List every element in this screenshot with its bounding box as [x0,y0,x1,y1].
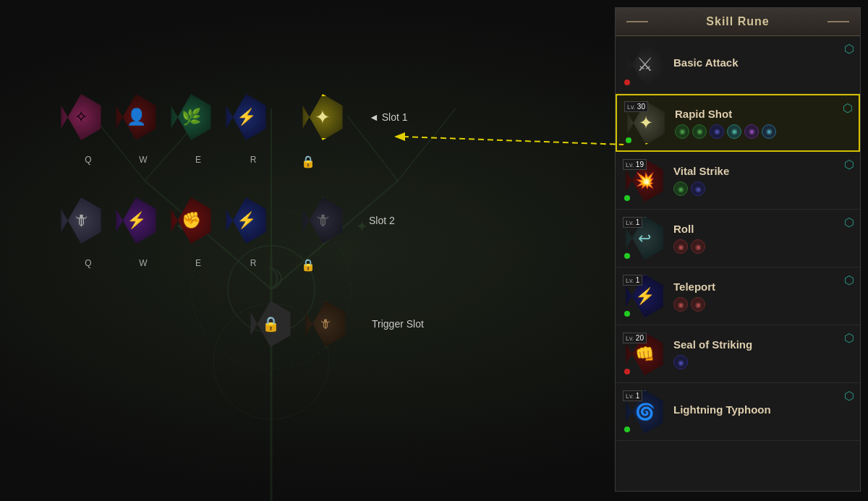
skill-name-basic-attack: Basic Attack [673,56,853,69]
slot2-label: Slot 2 [369,215,395,226]
skill-item-roll[interactable]: ↩ Lv. 1 Roll ◉ ◉ ⬡ [616,210,860,267]
skill-w-row1[interactable]: 👤 [113,94,159,140]
skill-info-teleport: Teleport ◉ ◉ [673,281,853,312]
rune-tp-1: ◉ [673,297,688,312]
skill-grid: ✧ 👤 🌿 ⚡ ✦ ◄ Slot 1 Q W E [58,72,424,361]
skill-item-teleport[interactable]: ⚡ Lv. 1 Teleport ◉ ◉ ⬡ [616,267,860,325]
skill-name-roll: Roll [673,223,853,235]
skill-info-seal: Seal of Striking ◉ [673,338,853,369]
slot1-label: ◄ Slot 1 [369,111,408,123]
skill-name-teleport: Teleport [673,281,853,293]
corner-icon-vital-strike: ⬡ [844,158,854,171]
rune-roll-2: ◉ [691,239,705,254]
rune-seal-1: ◉ [673,355,688,369]
rune-tp-2: ◉ [691,297,705,312]
key-r2: R [230,258,276,272]
skill-runes-seal: ◉ [673,355,853,369]
skill-name-rapid-shot: Rapid Shot [675,108,851,120]
status-dot-teleport [624,311,630,317]
slot1-hex[interactable]: ✦ [299,94,346,140]
key-e2: E [175,258,221,272]
rune-1: ◉ [675,124,689,139]
level-badge-seal: Lv. 20 [623,333,647,343]
skill-info-vital-strike: Vital Strike ◉ ◉ [673,165,853,196]
key-lock1: 🔒 [285,155,331,168]
skill-e-row2[interactable]: ✊ [168,197,214,244]
status-dot-seal [624,369,630,374]
rune-4: ◉ [727,124,741,139]
skill-name-seal: Seal of Striking [673,338,853,351]
level-badge-rapid-shot: Lv. 30 [624,101,648,112]
lock-icon: 🔒 [247,301,294,347]
skill-item-basic-attack[interactable]: ⚔ Basic Attack ⬡ [616,36,860,94]
key-w2: W [120,258,166,272]
skill-name-vital-strike: Vital Strike [673,165,853,177]
skill-icon-teleport: ⚡ Lv. 1 [623,275,666,318]
rune-vs-2: ◉ [691,181,705,196]
status-dot-basic-attack [624,80,630,85]
status-dot-rapid-shot [626,137,631,143]
rune-roll-1: ◉ [673,239,688,254]
skill-item-seal-of-striking[interactable]: 👊 Lv. 20 Seal of Striking ◉ ⬡ [616,325,860,383]
status-dot-lightning [624,427,630,432]
key-q1: Q [65,155,111,168]
skill-info-lightning: Lightning Typhoon [673,403,853,420]
skill-row1-labels: Q W E R 🔒 [65,155,424,168]
skill-info-rapid-shot: Rapid Shot ◉ ◉ ◉ ◉ ◉ ◉ [675,108,851,139]
skill-runes-teleport: ◉ ◉ [673,297,853,312]
key-r1: R [230,155,276,168]
rune-6: ◉ [762,124,776,139]
rune-3: ◉ [710,124,724,139]
skill-q-row2[interactable]: 🗡 [58,197,104,244]
skill-icon-lightning-typhoon: 🌀 Lv. 1 [623,390,666,434]
skill-runes-vital-strike: ◉ ◉ [673,181,853,196]
skill-row-1: ✧ 👤 🌿 ⚡ ✦ ◄ Slot 1 [58,94,424,140]
panel-title: Skill Rune [706,15,769,27]
rune-2: ◉ [692,124,707,139]
trigger-lock-hex[interactable]: 🔒 [247,301,294,347]
level-badge-teleport: Lv. 1 [623,275,642,286]
skill-runes-roll: ◉ ◉ [673,239,853,254]
rune-5: ◉ [744,124,759,139]
trigger-slot-hex[interactable]: 🗡 [302,301,349,347]
key-e1: E [175,155,221,168]
skill-icon-rapid-shot: ✦ Lv. 30 [624,101,668,145]
skill-icon-seal-of-striking: 👊 Lv. 20 [623,333,666,376]
skill-q-row1[interactable]: ✧ [58,94,104,140]
status-dot-roll [624,253,630,259]
rune-vs-1: ◉ [673,181,688,196]
corner-icon-rapid-shot: ⬡ [843,101,853,115]
key-lock2: 🔒 [285,258,331,272]
skill-icon-roll: ↩ Lv. 1 [623,217,666,260]
skill-name-lightning: Lightning Typhoon [673,403,853,416]
skill-item-lightning-typhoon[interactable]: 🌀 Lv. 1 Lightning Typhoon ⬡ [616,383,860,441]
status-dot-vital-strike [624,195,630,201]
skill-item-vital-strike[interactable]: 💥 Lv. 19 Vital Strike ◉ ◉ ⬡ [616,152,860,210]
skill-rune-panel: Skill Rune ⚔ Basic Attack ⬡ ✦ Lv. 30 Rap… [615,7,861,492]
skill-icon-basic-attack: ⚔ [623,43,666,87]
skill-e-row1[interactable]: 🌿 [168,94,214,140]
corner-icon-basic-attack: ⬡ [844,42,854,56]
skill-r-row2[interactable]: ⚡ [223,197,269,244]
slot2-hex[interactable]: 🗡 [299,197,346,244]
corner-icon-roll: ⬡ [844,215,854,229]
corner-icon-lightning: ⬡ [844,389,854,403]
skill-icon-vital-strike: 💥 Lv. 19 [623,159,666,202]
corner-icon-teleport: ⬡ [844,273,854,287]
skill-r-row1[interactable]: ⚡ [223,94,269,140]
skill-row2-labels: Q W E R 🔒 [65,258,424,272]
trigger-slot-label: Trigger Slot [372,318,424,330]
skill-row-trigger: 🔒 🗡 Trigger Slot [58,301,424,347]
skill-w-row2[interactable]: ⚡ [113,197,159,244]
level-badge-roll: Lv. 1 [623,217,642,228]
level-badge-lightning: Lv. 1 [623,390,642,401]
skill-info-basic-attack: Basic Attack [673,56,853,73]
key-q2: Q [65,258,111,272]
corner-icon-seal: ⬡ [844,331,854,345]
skill-info-roll: Roll ◉ ◉ [673,223,853,254]
level-badge-vital-strike: Lv. 19 [623,159,647,170]
key-w1: W [120,155,166,168]
skill-runes-rapid-shot: ◉ ◉ ◉ ◉ ◉ ◉ [675,124,851,139]
skill-item-rapid-shot[interactable]: ✦ Lv. 30 Rapid Shot ◉ ◉ ◉ ◉ ◉ ◉ ⬡ [616,94,860,152]
skill-row-2: 🗡 ⚡ ✊ ⚡ 🗡 Slot 2 [58,197,424,244]
